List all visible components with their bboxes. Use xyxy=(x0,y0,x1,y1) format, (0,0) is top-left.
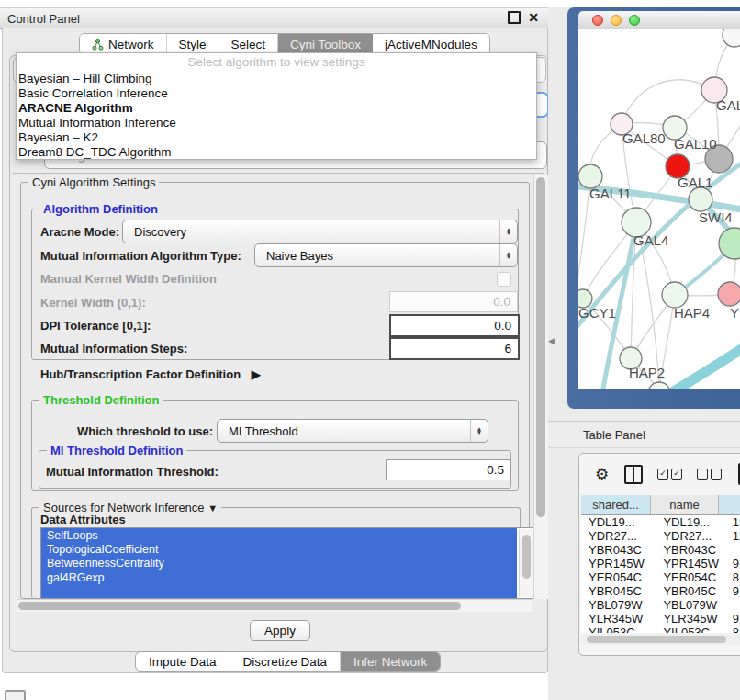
settings-vertical-scrollbar-thumb[interactable] xyxy=(536,177,545,517)
list-item-partial[interactable] xyxy=(41,585,517,598)
tab-network[interactable]: Network xyxy=(80,34,167,54)
split-pane-collapse-icon[interactable]: ◀ xyxy=(548,336,555,345)
attributes-scrollbar[interactable] xyxy=(519,529,534,597)
algorithm-dropdown-popup: Select algorithm to view settings Bayesi… xyxy=(16,52,537,160)
kernel-width-field[interactable]: 0.0 xyxy=(389,291,518,312)
network-node-label: SWI4 xyxy=(699,209,733,225)
tab-discretize-data[interactable]: Discretize Data xyxy=(230,652,342,671)
expand-right-icon: ▶ xyxy=(252,367,261,381)
tab-infer-network[interactable]: Infer Network xyxy=(341,652,440,671)
table-row[interactable]: YPR145W YPR145W 9. xyxy=(581,557,740,570)
mi-type-select[interactable]: Naive Bayes ▲▼ xyxy=(254,243,518,267)
table-row[interactable]: YBR043C YBR043C xyxy=(581,543,740,557)
column-header-shared-name[interactable]: shared... xyxy=(581,495,651,514)
mi-type-label: Mutual Information Algorithm Type: xyxy=(40,249,241,263)
column-header-name[interactable]: name xyxy=(651,495,719,514)
minimize-traffic-light-icon[interactable] xyxy=(611,15,622,26)
control-panel-title: Control Panel xyxy=(0,12,80,26)
manual-kernel-checkbox[interactable] xyxy=(497,272,511,287)
hub-definition-toggle[interactable]: Hub/Transcription Factor Definition ▶ xyxy=(40,367,261,381)
table-toolbar: ⚙ ✓✓ xyxy=(579,454,740,494)
algorithm-option[interactable]: Mutual Information Inference xyxy=(17,115,536,130)
list-item[interactable]: BetweennessCentrality xyxy=(41,557,517,570)
settings-horizontal-scrollbar[interactable] xyxy=(17,599,532,612)
columns-icon[interactable] xyxy=(624,465,643,484)
network-node-swi4[interactable] xyxy=(689,187,712,211)
group-divider xyxy=(13,173,544,174)
select-all-icon[interactable]: ✓✓ xyxy=(657,469,682,480)
list-item[interactable]: gal4RGexp xyxy=(41,570,517,584)
gear-icon[interactable]: ⚙ xyxy=(595,465,609,484)
zoom-traffic-light-icon[interactable] xyxy=(629,15,640,26)
kernel-width-label: Kernel Width (0,1): xyxy=(40,296,146,310)
network-graph: GAL2GAL80GAL10GAL1GAL11SWI4GAL4GCY1HAP4Y… xyxy=(578,29,740,389)
float-window-icon[interactable] xyxy=(508,11,521,24)
network-node-hap4[interactable] xyxy=(662,282,688,308)
network-node-label: Y xyxy=(730,305,739,321)
mi-steps-field[interactable]: 6 xyxy=(389,337,520,360)
algorithm-option[interactable]: ARACNE Algorithm xyxy=(17,100,536,115)
table-row[interactable]: YDR27... YDR27... 12 xyxy=(581,529,740,543)
network-node-label: GCY1 xyxy=(578,305,616,321)
network-node-label: GAL10 xyxy=(674,136,717,152)
deselect-all-icon[interactable] xyxy=(697,469,722,480)
list-item[interactable]: SelfLoops xyxy=(41,528,517,542)
network-node-label: HAP4 xyxy=(674,305,710,321)
close-traffic-light-icon[interactable] xyxy=(592,15,603,26)
tab-style[interactable]: Style xyxy=(167,34,219,54)
network-view-window: GAL2GAL80GAL10GAL1GAL11SWI4GAL4GCY1HAP4Y… xyxy=(567,7,740,409)
network-node-label: HAP2 xyxy=(629,365,665,380)
table-row[interactable]: YBL079W YBL079W xyxy=(581,598,740,612)
network-node-y[interactable] xyxy=(718,282,740,306)
algorithm-option[interactable]: Basic Correlation Inference xyxy=(17,85,536,100)
algorithm-option[interactable]: Bayesian – Hill Climbing xyxy=(17,71,536,85)
node-table: shared... name YDL19... YDL19... 13 YDR2… xyxy=(581,495,740,633)
mi-threshold-field[interactable]: 0.5 xyxy=(386,459,511,480)
network-node-label: GAL1 xyxy=(678,175,712,190)
table-panel: ⚙ ✓✓ shared... name YDL19... YDL19... 13… xyxy=(578,453,740,656)
network-edge[interactable] xyxy=(665,342,740,389)
which-threshold-label: Which threshold to use: xyxy=(77,424,213,438)
dpi-tolerance-field[interactable]: 0.0 xyxy=(389,314,520,337)
minimized-panel-icon[interactable] xyxy=(5,690,26,700)
table-row[interactable]: YER054C YER054C 8. xyxy=(581,570,740,584)
network-window-titlebar[interactable] xyxy=(578,11,740,30)
algorithm-dropdown-list: Bayesian – Hill ClimbingBasic Correlatio… xyxy=(17,71,536,159)
table-header-row: shared... name xyxy=(581,495,740,515)
table-horizontal-scrollbar[interactable] xyxy=(581,634,740,645)
which-threshold-select[interactable]: MI Threshold ▲▼ xyxy=(217,419,488,443)
network-node[interactable] xyxy=(648,382,670,389)
network-node-label: GAL11 xyxy=(589,186,632,201)
list-item[interactable]: TopologicalCoefficient xyxy=(41,542,517,556)
table-row[interactable]: YIL053C YIL053C 8 xyxy=(581,626,740,633)
column-header-partial[interactable] xyxy=(719,495,740,514)
table-row[interactable]: YBR045C YBR045C 9. xyxy=(581,584,740,598)
network-node-label: GAL80 xyxy=(622,130,666,146)
dpi-tolerance-label: DPI Tolerance [0,1]: xyxy=(40,319,151,333)
network-node-label: GAL2 xyxy=(716,97,740,113)
aracne-mode-select[interactable]: Discovery ▲▼ xyxy=(122,220,518,243)
network-canvas[interactable]: GAL2GAL80GAL10GAL1GAL11SWI4GAL4GCY1HAP4Y… xyxy=(578,29,740,389)
close-icon[interactable]: ✕ xyxy=(528,11,539,24)
settings-vertical-scrollbar[interactable] xyxy=(533,175,548,599)
network-node[interactable] xyxy=(723,29,740,47)
table-row[interactable]: YLR345W YLR345W 9. xyxy=(581,612,740,626)
tab-cyni-toolbox[interactable]: Cyni Toolbox xyxy=(278,34,373,54)
table-horizontal-scrollbar-thumb[interactable] xyxy=(587,636,726,643)
cyni-algorithm-settings-title: Cyni Algorithm Settings xyxy=(28,175,159,189)
tab-select[interactable]: Select xyxy=(219,34,279,54)
screenshot-root: Control Panel ✕ Network Style Select Cyn… xyxy=(0,0,740,700)
settings-horizontal-scrollbar-thumb[interactable] xyxy=(18,602,461,610)
algorithm-option[interactable]: Dream8 DC_TDC Algorithm xyxy=(17,144,536,159)
mi-steps-label: Mutual Information Steps: xyxy=(40,342,187,356)
table-row[interactable]: YDL19... YDL19... 13 xyxy=(581,515,740,529)
table-body: YDL19... YDL19... 13 YDR27... YDR27... 1… xyxy=(581,515,740,633)
attributes-scrollbar-thumb[interactable] xyxy=(522,535,531,579)
tab-jactivemnodules[interactable]: jActiveMNodules xyxy=(373,34,489,54)
mi-threshold-label: Mutual Information Threshold: xyxy=(46,465,219,479)
algorithm-option[interactable]: Bayesian – K2 xyxy=(17,130,536,144)
apply-button[interactable]: Apply xyxy=(250,620,310,641)
data-attributes-list[interactable]: SelfLoopsTopologicalCoefficientBetweenne… xyxy=(40,527,536,599)
tab-impute-data[interactable]: Impute Data xyxy=(136,652,230,671)
collapse-down-icon: ▼ xyxy=(207,502,218,514)
